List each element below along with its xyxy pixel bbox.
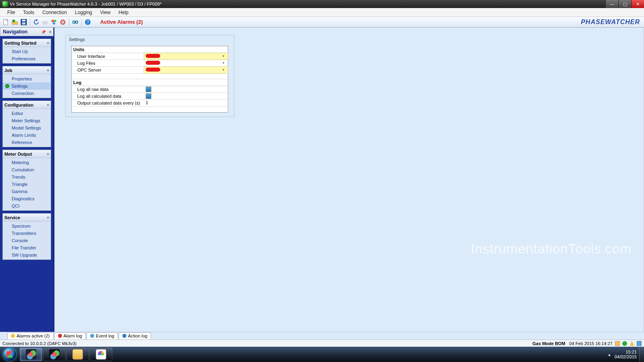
dropdown-arrow-icon[interactable]: ▾ — [223, 54, 227, 58]
nav-panel-job: Job«PropertiesSettingsConnection — [2, 66, 51, 98]
prop-value-log-all-raw-data[interactable] — [144, 86, 228, 93]
nav-item-diagnostics[interactable]: Diagnostics — [3, 195, 51, 202]
toolbar-config-button[interactable] — [50, 18, 58, 26]
nav-item-trends[interactable]: Trends — [3, 173, 51, 181]
show-desktop-button[interactable] — [639, 347, 644, 362]
tab-label: Event log — [96, 333, 114, 338]
prop-key: Log all raw data — [72, 86, 144, 93]
svg-point-12 — [62, 21, 64, 23]
nav-item-transmitters[interactable]: Transmitters — [3, 230, 51, 237]
nav-item-settings[interactable]: Settings — [3, 82, 51, 90]
nav-item-meter-settings[interactable]: Meter Settings — [3, 117, 51, 124]
nav-item-reference[interactable]: Reference — [3, 139, 51, 146]
nav-panel-service: Service«SpectrumTransmittersConsoleFile … — [2, 213, 51, 260]
taskbar-app-2[interactable] — [43, 348, 66, 361]
windows-taskbar: ▲ 15:21 04/02/2015 — [0, 347, 644, 362]
toolbar-gear-button[interactable] — [59, 18, 67, 26]
menu-help[interactable]: Help — [115, 9, 133, 16]
bottom-tab-bar: Alarms active (2)Alarm logEvent logActio… — [0, 332, 644, 339]
status-icon-2[interactable] — [622, 341, 627, 346]
menu-tools[interactable]: Tools — [19, 9, 38, 16]
close-panel-icon[interactable]: × — [49, 29, 52, 34]
prop-key: Log Files — [72, 60, 144, 66]
status-mode: Gas Mode BOM — [533, 341, 565, 346]
taskbar-app-1[interactable] — [20, 348, 42, 361]
collapse-icon[interactable]: « — [47, 215, 49, 220]
prop-key: OPC Server — [72, 67, 144, 73]
toolbar-save-button[interactable] — [20, 18, 28, 26]
nav-item-metering[interactable]: Metering — [3, 159, 51, 166]
nav-item-model-settings[interactable]: Model Settings — [3, 124, 51, 132]
toolbar-help-button[interactable]: ? — [84, 18, 92, 26]
bottom-tab-alarms-active-2-[interactable]: Alarms active (2) — [7, 332, 54, 339]
menu-view[interactable]: View — [96, 9, 115, 16]
prop-value-output-calculated-data-every-s-[interactable]: 1 — [144, 100, 228, 106]
svg-rect-3 — [22, 20, 25, 21]
menu-bar: File Tools Connection Logging View Help — [0, 8, 644, 17]
nav-item-alarm-limits[interactable]: Alarm Limits — [3, 132, 51, 139]
prop-value-log-files[interactable]: ▾ — [144, 60, 228, 66]
taskbar-paint[interactable] — [90, 348, 112, 361]
collapse-icon[interactable]: « — [47, 41, 49, 45]
tab-label: Alarms active (2) — [17, 333, 50, 338]
prop-row: OPC Server▾ — [72, 67, 228, 74]
prop-value-user-interface[interactable]: ▾ — [144, 53, 228, 60]
menu-logging[interactable]: Logging — [71, 9, 96, 16]
active-alarms-label[interactable]: Active Alarms (2) — [100, 19, 143, 25]
pin-icon[interactable]: 📌 — [41, 30, 46, 34]
nav-item-editor[interactable]: Editor — [3, 110, 51, 117]
start-button[interactable] — [0, 347, 19, 362]
tray-clock[interactable]: 15:21 04/02/2015 — [615, 350, 637, 359]
collapse-icon[interactable]: « — [47, 103, 49, 107]
svg-rect-4 — [22, 23, 25, 25]
toolbar-link-button[interactable] — [71, 18, 79, 26]
menu-file[interactable]: File — [3, 9, 19, 16]
nav-item-cumulation[interactable]: Cumulation — [3, 166, 51, 173]
navigation-header: Navigation 📌 × — [0, 27, 54, 36]
dropdown-arrow-icon[interactable]: ▾ — [223, 61, 227, 65]
tray-overflow-icon[interactable]: ▲ — [607, 352, 611, 357]
prop-section-units: Units — [72, 46, 228, 53]
collapse-icon[interactable]: « — [47, 68, 49, 72]
nav-item-qci[interactable]: QCI — [3, 202, 51, 210]
toolbar-new-button[interactable] — [2, 18, 10, 26]
nav-panel-meter-output: Meter Output«MeteringCumulationTrendsTri… — [2, 150, 51, 211]
nav-item-console[interactable]: Console — [3, 237, 51, 244]
nav-item-properties[interactable]: Properties — [3, 75, 51, 82]
nav-panel-header[interactable]: Configuration« — [3, 101, 51, 109]
dropdown-arrow-icon[interactable]: ▾ — [223, 68, 227, 72]
tab-label: Action log — [128, 333, 147, 338]
bottom-tab-alarm-log[interactable]: Alarm log — [54, 332, 86, 339]
nav-item-triangle[interactable]: Triangle — [3, 181, 51, 188]
taskbar-explorer[interactable] — [66, 348, 89, 361]
settings-heading: Settings — [66, 35, 234, 46]
window-minimize-button[interactable]: — — [605, 0, 618, 8]
nav-panel-header[interactable]: Meter Output« — [3, 150, 51, 158]
toolbar-refresh-button[interactable] — [32, 18, 40, 26]
status-icon-1[interactable] — [615, 341, 620, 346]
menu-connection[interactable]: Connection — [38, 9, 71, 16]
nav-item-sw-upgrade[interactable]: SW Upgrade — [3, 251, 51, 259]
prop-section-log: Log — [72, 79, 228, 86]
nav-item-preferences[interactable]: Preferences — [3, 55, 51, 62]
nav-panel-header[interactable]: Getting Started« — [3, 39, 51, 47]
bottom-tab-event-log[interactable]: Event log — [87, 332, 118, 339]
nav-panel-header[interactable]: Service« — [3, 214, 51, 222]
window-maximize-button[interactable]: ▢ — [618, 0, 631, 8]
prop-value-log-all-calculated-data[interactable] — [144, 93, 228, 99]
nav-item-file-transfer[interactable]: File Transfer — [3, 244, 51, 251]
nav-item-spectrum[interactable]: Spectrum — [3, 222, 51, 230]
bottom-tab-action-log[interactable]: Action log — [119, 332, 151, 339]
status-icon-3[interactable] — [630, 341, 634, 346]
nav-item-connection[interactable]: Connection — [3, 90, 51, 97]
nav-item-gamma[interactable]: Gamma — [3, 188, 51, 195]
toolbar-print-button[interactable] — [41, 18, 49, 26]
collapse-icon[interactable]: « — [47, 152, 49, 156]
prop-value-opc-server[interactable]: ▾ — [144, 67, 228, 73]
nav-item-start-up[interactable]: Start Up — [3, 48, 51, 55]
nav-panel-header[interactable]: Job« — [3, 66, 51, 74]
prop-key: Log all calculated data — [72, 93, 144, 99]
status-icon-4[interactable] — [637, 341, 642, 346]
window-close-button[interactable]: ✕ — [631, 0, 644, 8]
toolbar-open-button[interactable] — [11, 18, 19, 26]
